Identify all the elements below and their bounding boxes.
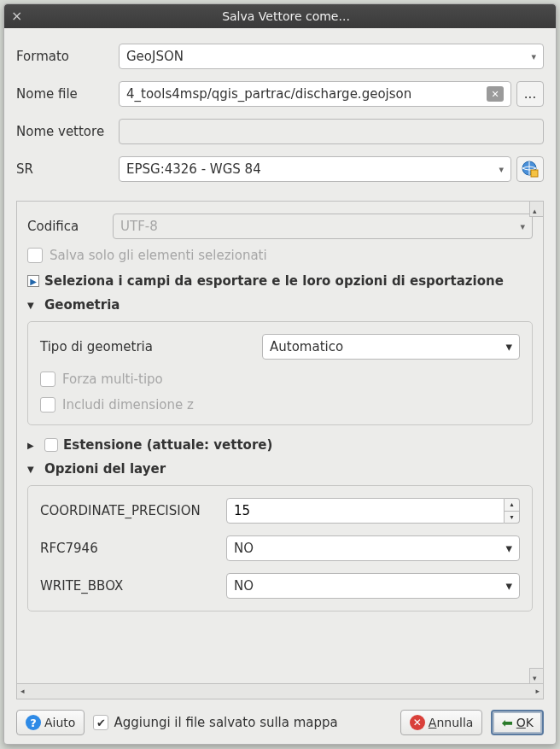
cancel-label: Annulla [429,716,474,729]
selected-only-label: Salva solo gli elementi selezionati [50,248,267,263]
chevron-down-icon: ▾ [505,339,512,354]
titlebar: × Salva Vettore come... [4,4,556,28]
add-to-map-label: Aggiungi il file salvato sulla mappa [114,715,337,730]
rfc7946-value: NO [234,541,254,556]
write-bbox-combo[interactable]: NO ▾ [226,573,520,599]
layername-input[interactable] [119,119,544,144]
filename-label: Nome file [16,86,119,102]
write-bbox-label: WRITE_BBOX [40,578,226,594]
ok-button[interactable]: ⬅ OK [491,710,544,735]
extent-checkbox[interactable] [44,438,58,452]
encoding-combo: UTF-8 ▾ [113,214,533,239]
coord-precision-label: COORDINATE_PRECISION [40,503,226,518]
chevron-down-icon: ▾ [499,164,504,175]
rfc7946-combo[interactable]: NO ▾ [226,535,520,561]
crs-picker-button[interactable] [516,156,544,182]
format-combo[interactable]: GeoJSON ▾ [119,44,544,69]
fields-section-title: Seleziona i campi da esportare e le loro… [44,273,504,289]
include-z-label: Includi dimensione z [62,397,194,413]
crs-value: EPSG:4326 - WGS 84 [126,161,261,177]
chevron-down-icon: ▾ [531,51,536,62]
include-z-checkbox [40,397,55,413]
geom-type-combo[interactable]: Automatico ▾ [262,334,520,360]
format-label: Formato [16,49,119,64]
coord-precision-input[interactable] [226,498,505,524]
spin-up-button[interactable]: ▴ [505,498,520,512]
scroll-up-button[interactable]: ▴ [529,202,543,217]
chevron-down-icon: ▾ [520,221,525,232]
ok-icon: ⬅ [501,715,512,731]
dialog-content: Formato GeoJSON ▾ Nome file 4_tools4msp/… [4,28,556,744]
expand-right-icon: ▶ [27,441,39,450]
help-label: Aiuto [44,716,75,729]
browse-button[interactable]: ... [516,81,544,107]
dialog-window: × Salva Vettore come... Formato GeoJSON … [3,3,557,745]
svg-rect-1 [531,170,538,177]
globe-icon [521,160,540,178]
geometry-section-title: Geometria [44,297,120,313]
expand-right-icon: ▶ [27,275,39,287]
crs-combo[interactable]: EPSG:4326 - WGS 84 ▾ [119,156,511,182]
geom-type-value: Automatico [270,339,343,354]
rfc7946-label: RFC7946 [40,541,226,556]
clear-icon[interactable]: ✕ [487,86,504,102]
geometry-section-header[interactable]: ▼ Geometria [27,297,533,313]
encoding-label: Codifica [27,219,113,234]
cancel-button[interactable]: ✕ Annulla [400,710,483,735]
dialog-footer: ? Aiuto ✔ Aggiungi il file salvato sulla… [16,708,544,735]
geom-type-label: Tipo di geometria [40,339,262,354]
geometry-group: Tipo di geometria Automatico ▾ Forza mul… [27,321,533,425]
expand-down-icon: ▼ [27,465,39,474]
layer-options-section-header[interactable]: ▼ Opzioni del layer [27,461,533,477]
format-value: GeoJSON [126,49,184,64]
close-icon[interactable]: × [11,10,23,22]
expand-down-icon: ▼ [27,301,39,310]
filename-value: 4_tools4msp/qgis_partrac/discharge.geojs… [126,86,411,102]
coord-precision-spinner[interactable]: ▴ ▾ [226,498,520,524]
force-multi-label: Forza multi-tipo [62,372,163,387]
chevron-down-icon: ▾ [505,578,512,594]
extent-section-header[interactable]: ▶ Estensione (attuale: vettore) [27,437,533,453]
horizontal-scrollbar[interactable]: ◂ ▸ [17,683,543,699]
options-scroll-area: ▴ ▾ Codifica UTF-8 ▾ Salva solo gli elem… [16,201,544,699]
add-to-map-checkbox[interactable]: ✔ [93,715,108,730]
fields-section-header[interactable]: ▶ Seleziona i campi da esportare e le lo… [27,273,533,289]
encoding-value: UTF-8 [120,219,158,234]
selected-only-checkbox [27,248,43,263]
layer-options-title: Opzioni del layer [44,461,166,477]
help-button[interactable]: ? Aiuto [16,710,85,735]
spin-down-button[interactable]: ▾ [505,512,520,524]
chevron-down-icon: ▾ [505,541,512,556]
layer-options-group: COORDINATE_PRECISION ▴ ▾ RFC7946 NO [27,485,533,611]
write-bbox-value: NO [234,578,254,594]
extent-section-title: Estensione (attuale: vettore) [63,437,272,453]
help-icon: ? [26,715,41,730]
ok-label: OK [516,716,534,729]
force-multi-checkbox [40,372,55,387]
crs-label: SR [16,161,119,177]
scroll-down-button[interactable]: ▾ [529,668,543,683]
filename-input[interactable]: 4_tools4msp/qgis_partrac/discharge.geojs… [119,81,511,107]
layername-label: Nome vettore [16,124,119,139]
cancel-icon: ✕ [410,715,425,730]
window-title: Salva Vettore come... [23,9,549,23]
browse-label: ... [524,86,536,102]
